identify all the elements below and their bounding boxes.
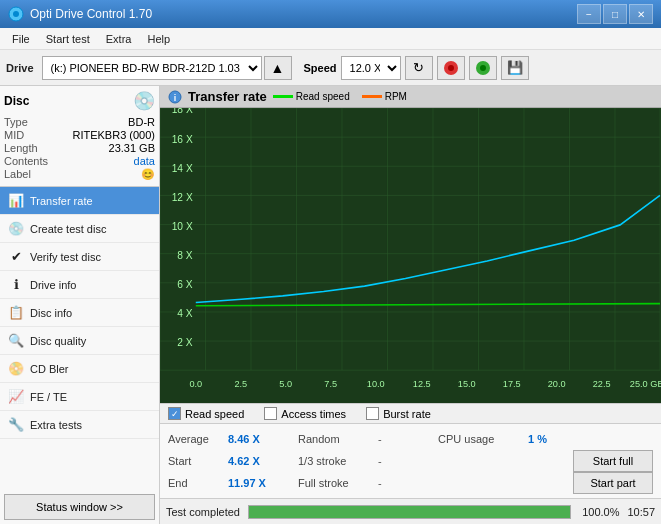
window-title: Opti Drive Control 1.70 <box>30 7 577 21</box>
legend-read-speed: Read speed <box>273 91 350 102</box>
nav-item-fe-te[interactable]: 📈 FE / TE <box>0 383 159 411</box>
nav-item-create-test-disc[interactable]: 💿 Create test disc <box>0 215 159 243</box>
sidebar: Disc 💿 Type BD-R MID RITEKBR3 (000) Leng… <box>0 86 160 524</box>
transfer-rate-icon: 📊 <box>8 193 24 209</box>
nav-item-label-create-test-disc: Create test disc <box>30 223 106 235</box>
nav-item-drive-info[interactable]: ℹ Drive info <box>0 271 159 299</box>
nav-item-cd-bler[interactable]: 📀 CD Bler <box>0 355 159 383</box>
maximize-button[interactable]: □ <box>603 4 627 24</box>
svg-text:10 X: 10 X <box>172 220 193 232</box>
speed-label: Speed <box>304 62 337 74</box>
svg-point-3 <box>448 65 454 71</box>
status-window-button[interactable]: Status window >> <box>4 494 155 520</box>
average-label: Average <box>168 433 228 445</box>
chart-icon: i <box>168 90 182 104</box>
save-button[interactable]: 💾 <box>501 56 529 80</box>
disc-label-row: Label 😊 <box>4 168 155 181</box>
legend-rpm-color <box>362 95 382 98</box>
svg-text:12.5: 12.5 <box>413 377 431 388</box>
disc-contents-row: Contents data <box>4 155 155 167</box>
svg-text:7.5: 7.5 <box>324 377 337 388</box>
checkbox-access-times[interactable]: Access times <box>264 407 346 420</box>
menu-start-test[interactable]: Start test <box>38 31 98 47</box>
nav-item-extra-tests[interactable]: 🔧 Extra tests <box>0 411 159 439</box>
one-third-stroke-value: - <box>378 455 428 467</box>
verify-test-disc-icon: ✔ <box>8 249 24 265</box>
svg-text:i: i <box>174 93 177 103</box>
menu-help[interactable]: Help <box>139 31 178 47</box>
checkbox-burst-rate[interactable]: Burst rate <box>366 407 431 420</box>
nav-item-transfer-rate[interactable]: 📊 Transfer rate <box>0 187 159 215</box>
time-label: 10:57 <box>627 506 655 518</box>
disc-label-icon: 😊 <box>141 168 155 181</box>
disc-quality-icon: 🔍 <box>8 333 24 349</box>
one-third-stroke-label: 1/3 stroke <box>298 455 378 467</box>
disc-label-label: Label <box>4 168 31 181</box>
close-button[interactable]: ✕ <box>629 4 653 24</box>
access-times-checkbox-box[interactable] <box>264 407 277 420</box>
svg-text:2.5: 2.5 <box>234 377 247 388</box>
svg-text:14 X: 14 X <box>172 162 193 174</box>
checkbox-row: ✓ Read speed Access times Burst rate <box>160 403 661 423</box>
disc-contents-label: Contents <box>4 155 48 167</box>
checkbox-read-speed[interactable]: ✓ Read speed <box>168 407 244 420</box>
stats-row-average: Average 8.46 X Random - CPU usage 1 % <box>168 428 653 450</box>
nav-item-label-disc-quality: Disc quality <box>30 335 86 347</box>
nav-item-disc-info[interactable]: 📋 Disc info <box>0 299 159 327</box>
stats-row-end: End 11.97 X Full stroke - Start part <box>168 472 653 494</box>
nav-item-label-fe-te: FE / TE <box>30 391 67 403</box>
nav-item-label-drive-info: Drive info <box>30 279 76 291</box>
speed-select[interactable]: 12.0 X Max 4.0 X 8.0 X <box>341 56 401 80</box>
svg-text:10.0: 10.0 <box>367 377 385 388</box>
disc-length-value: 23.31 GB <box>109 142 155 154</box>
read-speed-checkbox-box[interactable]: ✓ <box>168 407 181 420</box>
menu-bar: File Start test Extra Help <box>0 28 661 50</box>
disc-type-value: BD-R <box>128 116 155 128</box>
svg-text:5.0: 5.0 <box>279 377 292 388</box>
drive-select[interactable]: (k:) PIONEER BD-RW BDR-212D 1.03 <box>42 56 262 80</box>
fe-te-icon: 📈 <box>8 389 24 405</box>
svg-text:6 X: 6 X <box>177 278 192 290</box>
start-label: Start <box>168 455 228 467</box>
drive-info-icon: ℹ <box>8 277 24 293</box>
right-content: i Transfer rate Read speed RPM <box>160 86 661 524</box>
disc-length-row: Length 23.31 GB <box>4 142 155 154</box>
disc-green-button[interactable] <box>469 56 497 80</box>
svg-text:0.0: 0.0 <box>189 377 202 388</box>
eject-button[interactable]: ▲ <box>264 56 292 80</box>
legend-rpm: RPM <box>362 91 407 102</box>
burst-rate-checkbox-box[interactable] <box>366 407 379 420</box>
svg-text:15.0: 15.0 <box>458 377 476 388</box>
svg-text:20.0: 20.0 <box>548 377 566 388</box>
disc-length-label: Length <box>4 142 38 154</box>
disc-icon: 💿 <box>133 90 155 112</box>
refresh-button[interactable]: ↻ <box>405 56 433 80</box>
svg-text:2 X: 2 X <box>177 336 192 348</box>
chart-svg: 18 X 16 X 14 X 12 X 10 X 8 X 6 X 4 X 2 X <box>160 108 661 403</box>
disc-contents-value: data <box>134 155 155 167</box>
start-value: 4.62 X <box>228 455 288 467</box>
status-bar: Test completed 100.0% 10:57 <box>160 498 661 524</box>
menu-extra[interactable]: Extra <box>98 31 140 47</box>
start-part-button[interactable]: Start part <box>573 472 653 494</box>
svg-text:12 X: 12 X <box>172 191 193 203</box>
disc-mid-label: MID <box>4 129 24 141</box>
menu-file[interactable]: File <box>4 31 38 47</box>
svg-text:16 X: 16 X <box>172 133 193 145</box>
stats-area: Average 8.46 X Random - CPU usage 1 % St… <box>160 423 661 498</box>
start-full-button[interactable]: Start full <box>573 450 653 472</box>
disc-info-panel: Disc 💿 Type BD-R MID RITEKBR3 (000) Leng… <box>0 86 159 187</box>
random-value: - <box>378 433 428 445</box>
legend-rpm-label: RPM <box>385 91 407 102</box>
svg-point-5 <box>480 65 486 71</box>
chart-header: i Transfer rate Read speed RPM <box>160 86 661 108</box>
svg-point-1 <box>13 11 19 17</box>
chart-title: Transfer rate <box>188 89 267 104</box>
disc-red-button[interactable] <box>437 56 465 80</box>
cpu-usage-value: 1 % <box>528 433 568 445</box>
nav-item-verify-test-disc[interactable]: ✔ Verify test disc <box>0 243 159 271</box>
legend-read-label: Read speed <box>296 91 350 102</box>
minimize-button[interactable]: − <box>577 4 601 24</box>
nav-item-label-transfer-rate: Transfer rate <box>30 195 93 207</box>
nav-item-disc-quality[interactable]: 🔍 Disc quality <box>0 327 159 355</box>
